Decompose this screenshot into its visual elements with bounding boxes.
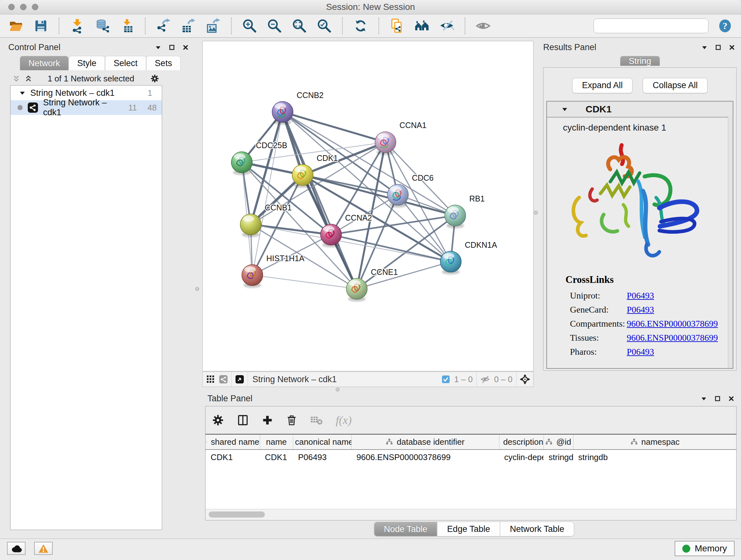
crosslink-compartments--link[interactable]: 9606.ENSP00000378699 <box>627 319 718 329</box>
grid-view-icon[interactable] <box>206 375 215 383</box>
table-cell[interactable]: CDK1 <box>205 449 260 464</box>
table-settings-gear-icon[interactable] <box>212 414 224 426</box>
network-edge-CCNB1-CCNA2[interactable] <box>251 225 331 235</box>
network-graph[interactable]: CCNB2CCNA1CDC25BCDK1CDC6RB1CCNB1CCNA2CDK… <box>203 41 533 371</box>
close-panel-icon[interactable] <box>729 45 735 50</box>
tab-network-table[interactable]: Network Table <box>500 522 575 537</box>
string-home-button[interactable] <box>414 17 430 34</box>
birdseye-crosshair-icon[interactable] <box>520 374 530 384</box>
tab-sets[interactable]: Sets <box>146 56 181 70</box>
show-panels-button[interactable] <box>475 17 491 34</box>
open-file-button[interactable] <box>8 17 24 34</box>
delete-table-icon[interactable] <box>310 415 323 426</box>
help-button[interactable]: ? <box>717 17 733 34</box>
crosslink-genecard--link[interactable]: P06493 <box>627 305 654 315</box>
toolbar-search-input[interactable] <box>600 21 709 31</box>
network-canvas[interactable]: CCNB2CCNA1CDC25BCDK1CDC6RB1CCNB1CCNA2CDK… <box>202 41 534 371</box>
column-header-shared-name[interactable]: shared name <box>205 435 260 449</box>
network-node-CCNA2[interactable] <box>320 224 341 247</box>
zoom-selected-button[interactable] <box>316 17 333 34</box>
column-header-name[interactable]: name <box>260 435 293 449</box>
detach-view-icon[interactable] <box>235 375 244 383</box>
selected-checkbox-icon[interactable] <box>442 375 450 383</box>
network-edge-CCNB2-RB1[interactable] <box>283 112 455 215</box>
hide-results-panel-button[interactable] <box>439 17 455 34</box>
close-panel-icon[interactable] <box>729 396 734 401</box>
network-node-CDKN1A[interactable] <box>441 251 461 274</box>
crosslink-tissues--link[interactable]: 9606.ENSP00000378699 <box>627 333 718 343</box>
float-panel-icon[interactable] <box>169 45 175 50</box>
memory-button[interactable]: Memory <box>675 541 735 556</box>
panel-menu-icon[interactable] <box>701 396 706 401</box>
right-splitter-handle[interactable] <box>534 211 538 214</box>
export-image-button[interactable] <box>205 17 221 34</box>
network-node-CCNA1[interactable] <box>375 132 396 155</box>
network-node-CDK1[interactable] <box>292 165 313 188</box>
tab-edge-table[interactable]: Edge Table <box>437 522 500 537</box>
float-panel-icon[interactable] <box>715 396 720 401</box>
network-node-CCNB2[interactable] <box>272 102 293 125</box>
zoom-in-button[interactable] <box>241 17 258 34</box>
network-node-CDC25B[interactable] <box>231 152 253 175</box>
add-column-plus-icon[interactable] <box>262 415 273 426</box>
results-scrollbar[interactable] <box>728 117 733 368</box>
network-edge-CCNA1-CDK1[interactable] <box>302 142 385 175</box>
column-header--id[interactable]: @id <box>543 435 573 449</box>
network-edge-CCNB2-CCNA1[interactable] <box>283 112 386 142</box>
crosslink-uniprot--link[interactable]: P06493 <box>627 291 654 301</box>
clone-network-button[interactable] <box>389 17 405 34</box>
network-row-selected[interactable]: String Network – cdk1 11 48 <box>10 100 162 115</box>
hidden-eye-slash-icon[interactable] <box>481 375 489 384</box>
tab-select[interactable]: Select <box>105 56 146 70</box>
left-splitter-handle[interactable] <box>195 287 199 291</box>
tab-node-table[interactable]: Node Table <box>374 522 437 537</box>
warnings-button[interactable] <box>34 542 53 555</box>
column-header-database-identifier[interactable]: database identifier <box>351 435 499 449</box>
table-row[interactable]: CDK1CDK1P064939606.ENSP00000378699cyclin… <box>205 449 736 464</box>
table-cell[interactable]: cyclin-dependent ... <box>499 449 543 464</box>
tab-style[interactable]: Style <box>69 56 105 70</box>
save-session-button[interactable] <box>32 17 49 34</box>
zoom-out-button[interactable] <box>266 17 283 34</box>
scrollbar-thumb[interactable] <box>209 511 265 517</box>
column-header-namespac[interactable]: namespac <box>573 435 736 449</box>
collapse-all-icon[interactable] <box>13 75 20 82</box>
crosslink-pharos--link[interactable]: P06493 <box>627 347 654 357</box>
split-columns-icon[interactable] <box>237 414 249 426</box>
import-network-database-button[interactable] <box>94 17 111 34</box>
network-node-CCNE1[interactable] <box>346 278 367 302</box>
column-header-canonical-name[interactable]: canonical name <box>293 435 351 449</box>
tab-network[interactable]: Network <box>20 56 69 70</box>
function-builder-button[interactable]: f(x) <box>336 414 352 427</box>
network-options-gear-icon[interactable] <box>150 74 159 83</box>
import-network-file-button[interactable] <box>69 17 85 34</box>
network-edge-CCNB2-HIST1H1A[interactable] <box>253 112 283 275</box>
zoom-window-button[interactable] <box>32 4 38 10</box>
search-box[interactable] <box>594 18 709 33</box>
table-cell[interactable]: stringdb <box>573 449 736 464</box>
export-network-button[interactable] <box>155 17 172 34</box>
network-edge-HIST1H1A-CCNE1[interactable] <box>253 275 357 289</box>
zoom-fit-button[interactable] <box>291 17 308 34</box>
section-collapse-icon[interactable] <box>562 107 568 112</box>
automation-cloud-button[interactable] <box>7 542 25 555</box>
table-horizontal-scrollbar[interactable] <box>205 509 736 520</box>
close-window-button[interactable] <box>8 4 15 10</box>
close-panel-icon[interactable] <box>183 45 188 50</box>
tab-string[interactable]: String <box>620 56 660 66</box>
float-panel-icon[interactable] <box>716 45 721 50</box>
network-node-HIST1H1A[interactable] <box>242 265 263 288</box>
network-node-CCNB1[interactable] <box>240 214 261 237</box>
panel-menu-icon[interactable] <box>702 45 707 50</box>
table-cell[interactable]: 9606.ENSP00000378699 <box>351 449 499 464</box>
column-header-description[interactable]: description <box>499 435 543 449</box>
table-cell[interactable]: CDK1 <box>260 449 293 464</box>
table-cell[interactable]: P06493 <box>293 449 351 464</box>
delete-column-trash-icon[interactable] <box>286 415 297 426</box>
export-table-button[interactable] <box>180 17 197 34</box>
apply-layout-button[interactable] <box>352 17 369 34</box>
import-table-file-button[interactable] <box>119 17 135 34</box>
share-view-icon[interactable] <box>219 375 227 383</box>
panel-menu-icon[interactable] <box>155 45 161 50</box>
table-cell[interactable]: stringdb:9... <box>543 449 573 464</box>
